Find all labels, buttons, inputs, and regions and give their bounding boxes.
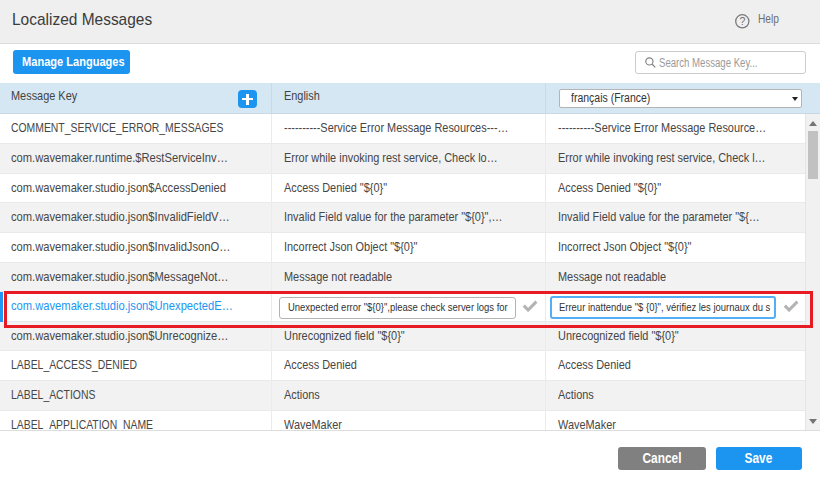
svg-text:?: ? <box>739 15 745 27</box>
